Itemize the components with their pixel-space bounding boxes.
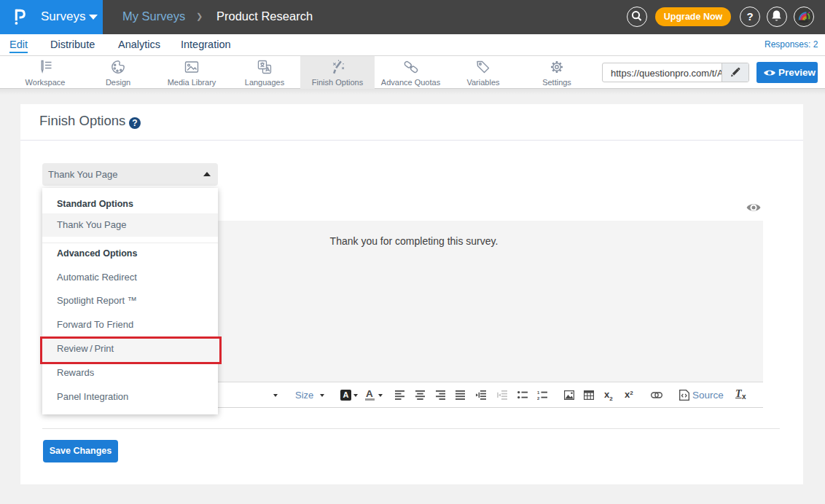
- svg-text:2: 2: [537, 396, 540, 400]
- svg-text:1: 1: [537, 390, 540, 395]
